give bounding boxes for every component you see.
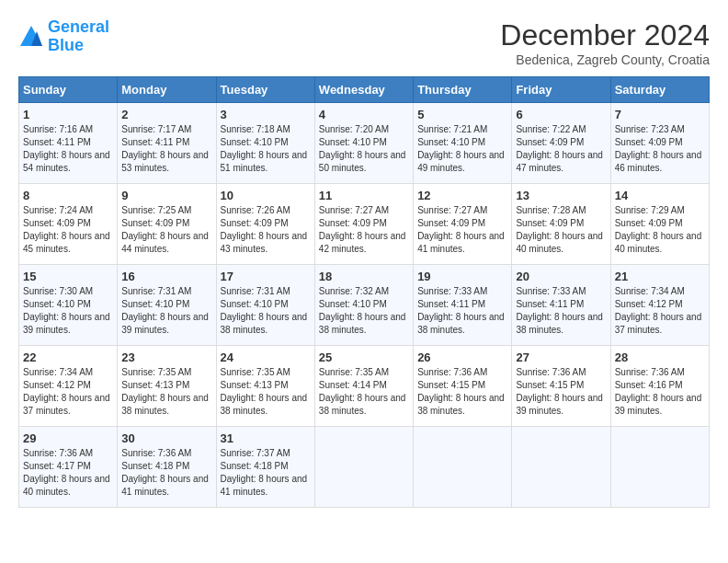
day-info: Sunrise: 7:36 AMSunset: 4:17 PMDaylight:…	[23, 447, 113, 499]
day-info: Sunrise: 7:31 AMSunset: 4:10 PMDaylight:…	[121, 285, 211, 337]
calendar-cell	[314, 427, 413, 508]
calendar-cell: 25Sunrise: 7:35 AMSunset: 4:14 PMDayligh…	[314, 346, 413, 427]
header-thursday: Thursday	[414, 77, 512, 103]
day-number: 14	[615, 189, 705, 202]
title-block: December 2024 Bedenica, Zagreb County, C…	[500, 18, 710, 67]
day-number: 10	[221, 189, 311, 202]
day-number: 30	[121, 431, 211, 445]
calendar-cell: 11Sunrise: 7:27 AMSunset: 4:09 PMDayligh…	[314, 184, 413, 265]
header-friday: Friday	[512, 77, 610, 103]
calendar-cell: 12Sunrise: 7:27 AMSunset: 4:09 PMDayligh…	[414, 184, 512, 265]
day-info: Sunrise: 7:36 AMSunset: 4:15 PMDaylight:…	[516, 366, 606, 418]
calendar-cell	[414, 427, 512, 508]
day-info: Sunrise: 7:16 AMSunset: 4:11 PMDaylight:…	[23, 123, 113, 175]
calendar-cell: 16Sunrise: 7:31 AMSunset: 4:10 PMDayligh…	[118, 265, 216, 346]
day-info: Sunrise: 7:21 AMSunset: 4:10 PMDaylight:…	[417, 123, 507, 175]
day-info: Sunrise: 7:34 AMSunset: 4:12 PMDaylight:…	[615, 285, 705, 337]
day-info: Sunrise: 7:31 AMSunset: 4:10 PMDaylight:…	[221, 285, 311, 337]
day-info: Sunrise: 7:24 AMSunset: 4:09 PMDaylight:…	[23, 204, 113, 256]
header-tuesday: Tuesday	[216, 77, 314, 103]
day-info: Sunrise: 7:18 AMSunset: 4:10 PMDaylight:…	[221, 123, 311, 175]
day-info: Sunrise: 7:23 AMSunset: 4:09 PMDaylight:…	[615, 123, 705, 175]
day-number: 15	[23, 270, 113, 283]
day-number: 22	[23, 350, 113, 364]
day-info: Sunrise: 7:22 AMSunset: 4:09 PMDaylight:…	[516, 123, 606, 175]
calendar-cell: 10Sunrise: 7:26 AMSunset: 4:09 PMDayligh…	[216, 184, 314, 265]
calendar-cell: 28Sunrise: 7:36 AMSunset: 4:16 PMDayligh…	[610, 346, 709, 427]
day-info: Sunrise: 7:30 AMSunset: 4:10 PMDaylight:…	[23, 285, 113, 337]
day-info: Sunrise: 7:27 AMSunset: 4:09 PMDaylight:…	[417, 204, 507, 256]
calendar-week-row: 15Sunrise: 7:30 AMSunset: 4:10 PMDayligh…	[19, 265, 710, 346]
day-info: Sunrise: 7:35 AMSunset: 4:14 PMDaylight:…	[319, 366, 409, 418]
calendar-header-row: SundayMondayTuesdayWednesdayThursdayFrid…	[19, 77, 710, 103]
day-number: 19	[417, 270, 507, 283]
day-number: 18	[319, 270, 409, 283]
day-info: Sunrise: 7:36 AMSunset: 4:16 PMDaylight:…	[615, 366, 705, 418]
day-info: Sunrise: 7:35 AMSunset: 4:13 PMDaylight:…	[121, 366, 211, 418]
calendar-cell: 22Sunrise: 7:34 AMSunset: 4:12 PMDayligh…	[19, 346, 118, 427]
calendar-cell: 2Sunrise: 7:17 AMSunset: 4:11 PMDaylight…	[118, 103, 216, 184]
day-info: Sunrise: 7:28 AMSunset: 4:09 PMDaylight:…	[516, 204, 606, 256]
day-info: Sunrise: 7:26 AMSunset: 4:09 PMDaylight:…	[221, 204, 311, 256]
calendar-cell: 15Sunrise: 7:30 AMSunset: 4:10 PMDayligh…	[19, 265, 118, 346]
calendar-cell: 31Sunrise: 7:37 AMSunset: 4:18 PMDayligh…	[216, 427, 314, 508]
day-info: Sunrise: 7:32 AMSunset: 4:10 PMDaylight:…	[319, 285, 409, 337]
day-number: 11	[319, 189, 409, 202]
location: Bedenica, Zagreb County, Croatia	[500, 52, 710, 67]
day-number: 26	[417, 350, 507, 364]
day-number: 16	[121, 270, 211, 283]
day-info: Sunrise: 7:33 AMSunset: 4:11 PMDaylight:…	[417, 285, 507, 337]
day-info: Sunrise: 7:34 AMSunset: 4:12 PMDaylight:…	[23, 366, 113, 418]
calendar-week-row: 29Sunrise: 7:36 AMSunset: 4:17 PMDayligh…	[19, 427, 710, 508]
header-sunday: Sunday	[19, 77, 118, 103]
day-number: 13	[516, 189, 606, 202]
calendar-cell: 21Sunrise: 7:34 AMSunset: 4:12 PMDayligh…	[610, 265, 709, 346]
calendar-cell: 29Sunrise: 7:36 AMSunset: 4:17 PMDayligh…	[19, 427, 118, 508]
calendar-cell: 9Sunrise: 7:25 AMSunset: 4:09 PMDaylight…	[118, 184, 216, 265]
day-number: 5	[417, 108, 507, 121]
logo-text: General Blue	[48, 18, 109, 55]
header-monday: Monday	[118, 77, 216, 103]
day-number: 9	[121, 189, 211, 202]
calendar-cell: 7Sunrise: 7:23 AMSunset: 4:09 PMDaylight…	[610, 103, 709, 184]
day-number: 29	[23, 431, 113, 445]
day-number: 27	[516, 350, 606, 364]
calendar-cell: 20Sunrise: 7:33 AMSunset: 4:11 PMDayligh…	[512, 265, 610, 346]
calendar-cell: 14Sunrise: 7:29 AMSunset: 4:09 PMDayligh…	[610, 184, 709, 265]
calendar-week-row: 8Sunrise: 7:24 AMSunset: 4:09 PMDaylight…	[19, 184, 710, 265]
calendar-cell: 6Sunrise: 7:22 AMSunset: 4:09 PMDaylight…	[512, 103, 610, 184]
day-info: Sunrise: 7:25 AMSunset: 4:09 PMDaylight:…	[121, 204, 211, 256]
day-info: Sunrise: 7:33 AMSunset: 4:11 PMDaylight:…	[516, 285, 606, 337]
day-number: 6	[516, 108, 606, 121]
calendar-cell: 8Sunrise: 7:24 AMSunset: 4:09 PMDaylight…	[19, 184, 118, 265]
day-info: Sunrise: 7:37 AMSunset: 4:18 PMDaylight:…	[221, 447, 311, 499]
calendar-cell: 30Sunrise: 7:36 AMSunset: 4:18 PMDayligh…	[118, 427, 216, 508]
day-number: 31	[221, 431, 311, 445]
day-info: Sunrise: 7:36 AMSunset: 4:15 PMDaylight:…	[417, 366, 507, 418]
header-saturday: Saturday	[610, 77, 709, 103]
day-number: 3	[221, 108, 311, 121]
day-number: 24	[221, 350, 311, 364]
day-number: 8	[23, 189, 113, 202]
day-number: 23	[121, 350, 211, 364]
page-header: General Blue December 2024 Bedenica, Zag…	[18, 18, 710, 67]
calendar-cell: 23Sunrise: 7:35 AMSunset: 4:13 PMDayligh…	[118, 346, 216, 427]
day-number: 20	[516, 270, 606, 283]
day-info: Sunrise: 7:20 AMSunset: 4:10 PMDaylight:…	[319, 123, 409, 175]
day-number: 4	[319, 108, 409, 121]
day-number: 1	[23, 108, 113, 121]
day-info: Sunrise: 7:17 AMSunset: 4:11 PMDaylight:…	[121, 123, 211, 175]
day-number: 25	[319, 350, 409, 364]
day-info: Sunrise: 7:36 AMSunset: 4:18 PMDaylight:…	[121, 447, 211, 499]
day-number: 2	[121, 108, 211, 121]
calendar-cell: 18Sunrise: 7:32 AMSunset: 4:10 PMDayligh…	[314, 265, 413, 346]
calendar-week-row: 22Sunrise: 7:34 AMSunset: 4:12 PMDayligh…	[19, 346, 710, 427]
day-info: Sunrise: 7:27 AMSunset: 4:09 PMDaylight:…	[319, 204, 409, 256]
day-info: Sunrise: 7:29 AMSunset: 4:09 PMDaylight:…	[615, 204, 705, 256]
calendar-cell: 13Sunrise: 7:28 AMSunset: 4:09 PMDayligh…	[512, 184, 610, 265]
calendar-cell	[512, 427, 610, 508]
calendar-cell: 27Sunrise: 7:36 AMSunset: 4:15 PMDayligh…	[512, 346, 610, 427]
logo-icon	[18, 24, 44, 50]
calendar-cell: 19Sunrise: 7:33 AMSunset: 4:11 PMDayligh…	[414, 265, 512, 346]
calendar-cell: 17Sunrise: 7:31 AMSunset: 4:10 PMDayligh…	[216, 265, 314, 346]
